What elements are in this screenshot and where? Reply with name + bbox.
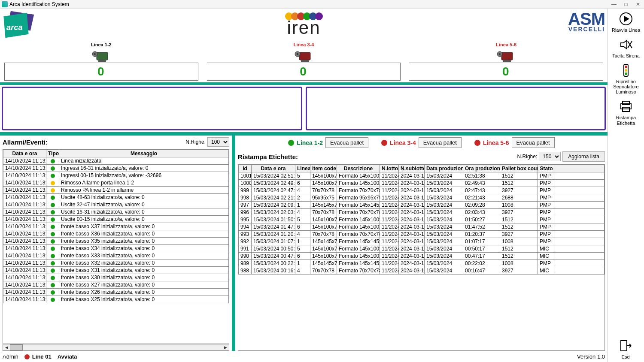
reprint-col: N.lotto <box>380 165 399 172</box>
table-row[interactable]: 14/10/2024 11:13:08fronte basso X35 iniz… <box>3 238 229 245</box>
table-row[interactable]: 14/10/2024 11:13:08fronte basso X26 iniz… <box>3 289 229 296</box>
table-row[interactable]: 14/10/2024 11:13:08Rimosso PA linea 1-2 … <box>3 187 229 194</box>
statusbar: Admin Line 01 Avviata Version 1.0 <box>0 351 608 362</box>
line-status-row: Linea 1-2 Evacua pallet Linea 3-4 Evacua… <box>238 137 605 148</box>
status-dot-icon <box>51 203 55 207</box>
iren-logo: iren <box>0 12 608 38</box>
camera-icon <box>293 48 315 63</box>
reprint-nrighe-label: N.Righe: <box>517 154 538 160</box>
exit-button[interactable]: Esci <box>610 338 642 359</box>
table-row[interactable]: 99515/03/2024 01:50:275145x100x78Formato… <box>239 216 605 223</box>
svg-point-13 <box>499 53 501 55</box>
evacuate-pallet-button[interactable]: Evacua pallet <box>419 137 462 148</box>
svg-text:arca: arca <box>6 23 23 32</box>
line-status-label: Linea 5-6 <box>483 139 509 146</box>
line-counter: 0 <box>207 63 401 81</box>
table-row[interactable]: 100115/03/2024 02:51:385145x100x78Format… <box>239 172 605 180</box>
svg-marker-16 <box>624 16 629 22</box>
reset-light-button[interactable]: Ripristino Segnalatore Luminoso <box>610 63 642 94</box>
status-dot-icon <box>51 181 55 185</box>
svg-point-5 <box>94 53 96 55</box>
table-row[interactable]: 14/10/2024 11:13:08fronte basso X31 iniz… <box>3 267 229 274</box>
reprint-col: Data produzione <box>425 165 463 172</box>
table-row[interactable]: 99215/03/2024 01:07:171145x145x78Formato… <box>239 238 605 245</box>
status-dot-icon <box>51 196 55 200</box>
status-dot-icon <box>51 254 55 258</box>
table-row[interactable]: 14/10/2024 11:13:08fronte basso X37 iniz… <box>3 223 229 230</box>
status-dot-icon <box>51 217 55 222</box>
table-row[interactable]: 14/10/2024 11:13:08Uscite 00-15 iniziali… <box>3 216 229 223</box>
close-button[interactable]: ✕ <box>634 1 642 7</box>
svg-rect-11 <box>501 52 513 60</box>
reprint-col: Pallet box count <box>500 165 538 172</box>
table-row[interactable]: 14/10/2024 11:13:08fronte basso X30 iniz… <box>3 274 229 281</box>
status-dot-icon <box>381 140 387 146</box>
table-row[interactable]: 98915/03/2024 00:22:021145x145x78Formato… <box>239 260 605 267</box>
reprint-table: IdData e oraLineaItem codeDescrizioneN.l… <box>238 165 605 275</box>
table-row[interactable]: 99315/03/2024 01:20:37470x70x78Formato 7… <box>239 231 605 238</box>
table-row[interactable]: 99115/03/2024 00:50:175145x100x78Formato… <box>239 245 605 253</box>
table-row[interactable]: 14/10/2024 11:13:08Uscite 32-47 iniziali… <box>3 201 229 208</box>
svg-rect-14 <box>503 60 511 62</box>
table-row[interactable]: 14/10/2024 11:13:08fronte basso X36 iniz… <box>3 230 229 238</box>
reprint-panel: Linea 1-2 Evacua pallet Linea 3-4 Evacua… <box>235 136 608 351</box>
restart-line-button[interactable]: Riavvia Linea <box>610 11 642 33</box>
line-counter: 0 <box>4 63 198 81</box>
status-state: Avviata <box>58 353 77 360</box>
refresh-button[interactable]: Aggiorna lista <box>562 151 605 162</box>
table-row[interactable]: 14/10/2024 11:13:08fronte basso X27 iniz… <box>3 281 229 289</box>
table-row[interactable]: 14/10/2024 11:13:08Ingressi 16-31 inizia… <box>3 165 229 172</box>
table-row[interactable]: 14/10/2024 11:13:08Linea inizializzata <box>3 157 229 165</box>
status-dot-icon <box>288 140 294 146</box>
reprint-col: Id <box>239 165 252 172</box>
status-dot-icon <box>51 283 55 287</box>
minimize-button[interactable]: — <box>610 1 618 7</box>
maximize-button[interactable]: □ <box>622 1 630 7</box>
table-row[interactable]: 99915/03/2024 02:47:43470x70x78Formato 7… <box>239 187 605 194</box>
table-row[interactable]: 14/10/2024 11:13:08fronte basso X25 iniz… <box>3 296 229 303</box>
table-row[interactable]: 99815/03/2024 02:21:43295x95x75Formato 9… <box>239 194 605 202</box>
reprint-title: Ristampa Etichette: <box>238 153 298 160</box>
arca-logo: arca <box>0 9 43 42</box>
camera-icon <box>495 48 517 63</box>
window-title: Arca Identification System <box>9 1 69 7</box>
table-row[interactable]: 99615/03/2024 02:03:43470x70x78Formato 7… <box>239 209 605 216</box>
table-row[interactable]: 99015/03/2024 00:47:176145x100x78Formato… <box>239 253 605 260</box>
alarms-hscroll[interactable]: ◀▶ <box>3 344 229 351</box>
svg-point-22 <box>625 72 627 75</box>
alarms-table-wrap[interactable]: Data e oraTipoMessaggio 14/10/2024 11:13… <box>3 149 229 344</box>
status-dot-icon <box>51 290 55 295</box>
status-dot-icon <box>51 188 55 193</box>
alarms-col: Data e ora <box>3 150 46 157</box>
header: arca iren ASM VERCE <box>0 9 608 42</box>
table-row[interactable]: 99715/03/2024 02:09:281145x145x78Formato… <box>239 202 605 209</box>
status-dot-icon <box>51 159 55 163</box>
table-row[interactable]: 14/10/2024 11:13:08Ingressi 00-15 inizia… <box>3 172 229 179</box>
reprint-nrighe-select[interactable]: 150 <box>539 152 561 161</box>
evacuate-pallet-button[interactable]: Evacua pallet <box>325 137 368 148</box>
status-dot-icon <box>51 298 55 302</box>
reprint-table-wrap[interactable]: IdData e oraLineaItem codeDescrizioneN.l… <box>238 164 605 351</box>
mute-siren-button[interactable]: Tacita Sirena <box>610 37 642 58</box>
status-dot-icon <box>51 232 55 236</box>
titlebar: Arca Identification System — □ ✕ <box>0 0 644 9</box>
svg-rect-3 <box>97 52 108 60</box>
table-row[interactable]: 14/10/2024 11:13:08fronte basso X34 iniz… <box>3 245 229 252</box>
reprint-col: N.sublotto <box>399 165 425 172</box>
table-row[interactable]: 14/10/2024 11:13:08fronte basso X32 iniz… <box>3 259 229 267</box>
status-dot-icon <box>51 210 55 214</box>
table-row[interactable]: 99415/03/2024 01:47:526145x100x78Formato… <box>239 223 605 231</box>
table-row[interactable]: 14/10/2024 11:13:08Uscite 16-31 iniziali… <box>3 208 229 216</box>
table-row[interactable]: 100015/03/2024 02:49:436145x100x78Format… <box>239 180 605 187</box>
status-dot-icon <box>51 166 55 171</box>
reprint-col: Item code <box>310 165 337 172</box>
table-row[interactable]: 14/10/2024 11:13:08Rimosso Allarme porta… <box>3 179 229 187</box>
table-row[interactable]: 98815/03/2024 00:16:47470x70x78Formato 7… <box>239 267 605 275</box>
table-row[interactable]: 14/10/2024 11:13:08fronte basso X33 iniz… <box>3 252 229 259</box>
alarms-nrighe-select[interactable]: 100 <box>207 137 229 147</box>
status-dot-icon <box>51 247 55 251</box>
table-row[interactable]: 14/10/2024 11:13:08Uscite 48-63 iniziali… <box>3 194 229 201</box>
reprint-label-button[interactable]: Ristampa Etichetta <box>610 99 642 125</box>
evacuate-pallet-button[interactable]: Evacua pallet <box>512 137 555 148</box>
alarms-title: Allarmi/Eventi: <box>3 139 48 146</box>
